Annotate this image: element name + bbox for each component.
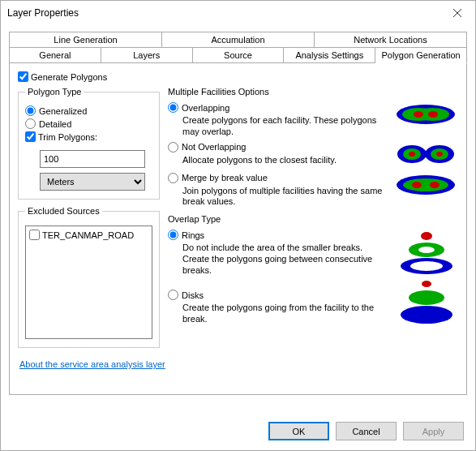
close-button[interactable] — [439, 1, 475, 25]
generate-polygons-label: Generate Polygons — [31, 72, 107, 82]
tab-panel: Generate Polygons Polygon Type Generaliz… — [9, 62, 467, 395]
about-link[interactable]: About the service area analysis layer — [19, 359, 165, 369]
tab-analysis-settings[interactable]: Analysis Settings — [284, 47, 375, 62]
apply-button[interactable]: Apply — [403, 422, 464, 440]
svg-point-14 — [403, 178, 448, 191]
svg-point-24 — [401, 306, 452, 324]
not-overlapping-radio[interactable] — [168, 142, 178, 152]
generate-polygons-check[interactable]: Generate Polygons — [18, 71, 458, 82]
excluded-sources-legend: Excluded Sources — [25, 206, 102, 216]
trim-unit-select[interactable]: Meters — [40, 173, 145, 191]
disks-illustration — [398, 277, 455, 324]
tab-layers[interactable]: Layers — [101, 47, 193, 62]
rings-radio[interactable] — [168, 230, 178, 240]
not-overlapping-desc: Allocate polygons to the closest facilit… — [182, 155, 387, 166]
layer-properties-dialog: Layer Properties Line Generation Accumul… — [0, 0, 476, 451]
svg-point-6 — [428, 111, 438, 118]
svg-point-16 — [430, 182, 440, 188]
not-overlapping-option[interactable]: Not Overlapping — [168, 142, 387, 152]
overlapping-illustration — [393, 100, 458, 129]
close-icon — [453, 9, 461, 17]
rings-option[interactable]: Rings — [168, 230, 388, 240]
svg-point-17 — [421, 232, 432, 240]
excluded-item-checkbox[interactable] — [29, 230, 40, 240]
detailed-radio[interactable] — [25, 118, 36, 129]
overlapping-option[interactable]: Overlapping — [168, 102, 387, 113]
generate-polygons-checkbox[interactable] — [18, 71, 28, 82]
disks-option[interactable]: Disks — [168, 290, 388, 300]
disks-desc: Create the polygons going from the facil… — [182, 303, 388, 325]
svg-point-22 — [422, 281, 431, 287]
disks-radio[interactable] — [168, 290, 178, 300]
excluded-sources-group: Excluded Sources TER_CANMAP_ROAD — [18, 206, 160, 348]
excluded-sources-list[interactable]: TER_CANMAP_ROAD — [25, 226, 152, 339]
svg-point-23 — [409, 290, 444, 305]
rings-desc: Do not include the area of the smaller b… — [182, 243, 388, 276]
trim-polygons-check[interactable]: Trim Polygons: — [25, 131, 152, 142]
tab-general[interactable]: General — [9, 47, 101, 62]
svg-point-5 — [414, 111, 423, 118]
cancel-button[interactable]: Cancel — [336, 422, 397, 440]
generalized-radio[interactable] — [25, 105, 36, 116]
titlebar: Layer Properties — [1, 1, 475, 25]
excluded-item[interactable]: TER_CANMAP_ROAD — [29, 230, 148, 240]
generalized-option[interactable]: Generalized — [25, 105, 152, 116]
polygon-type-legend: Polygon Type — [25, 87, 84, 97]
tab-polygon-generation[interactable]: Polygon Generation — [375, 47, 467, 63]
svg-point-11 — [409, 152, 415, 157]
merge-desc: Join polygons of multiple facilities hav… — [182, 186, 387, 208]
svg-point-19 — [418, 247, 435, 253]
overlapping-radio[interactable] — [168, 102, 178, 113]
tab-strip: Line Generation Accumulation Network Loc… — [9, 32, 467, 395]
merge-option[interactable]: Merge by break value — [168, 173, 387, 183]
merge-radio[interactable] — [168, 173, 178, 183]
tab-source[interactable]: Source — [193, 47, 285, 62]
not-overlapping-illustration — [393, 140, 458, 169]
detailed-option[interactable]: Detailed — [25, 118, 152, 129]
tab-accumulation[interactable]: Accumulation — [162, 32, 315, 47]
polygon-type-group: Polygon Type Generalized Detailed — [18, 87, 160, 200]
trim-value-input[interactable] — [40, 150, 145, 168]
svg-point-15 — [412, 182, 422, 188]
rings-illustration — [398, 228, 455, 275]
tab-network-locations[interactable]: Network Locations — [315, 32, 467, 47]
overlapping-desc: Create polygons for each facility. These… — [182, 115, 387, 138]
mfo-title: Multiple Facilities Options — [168, 87, 458, 97]
trim-polygons-checkbox[interactable] — [25, 131, 36, 142]
overlap-type-title: Overlap Type — [168, 214, 458, 224]
svg-point-12 — [436, 152, 443, 157]
tab-line-generation[interactable]: Line Generation — [9, 32, 162, 47]
svg-point-21 — [410, 261, 443, 271]
window-title: Layer Properties — [7, 7, 79, 19]
dialog-buttons: OK Cancel Apply — [268, 422, 464, 440]
overlap-type-section: Overlap Type Rings Do not include the ar… — [168, 214, 458, 325]
multiple-facilities-section: Multiple Facilities Options Overlapping … — [168, 87, 458, 208]
ok-button[interactable]: OK — [268, 422, 329, 440]
merge-illustration — [393, 170, 458, 200]
